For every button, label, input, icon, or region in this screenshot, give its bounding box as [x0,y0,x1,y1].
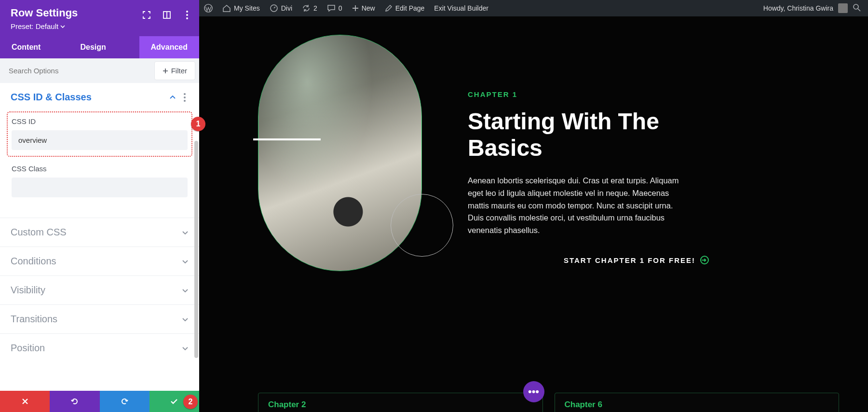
chapter-row: CHAPTER 1 Starting With The Basics Aenea… [258,35,839,295]
comments[interactable]: 0 [322,0,347,16]
home-icon [222,4,231,13]
redo-button[interactable] [100,391,149,412]
comment-icon [327,4,336,13]
filter-button[interactable]: Filter [154,61,195,80]
undo-button[interactable] [50,391,99,412]
chevron-up-icon [169,94,176,101]
tab-advanced[interactable]: Advanced [139,36,199,58]
accent-line [253,138,321,140]
css-id-field-block: CSS ID [7,111,192,157]
section-css-id-classes[interactable]: CSS ID & Classes [0,83,199,111]
tab-content[interactable]: Content [0,36,52,58]
svg-point-7 [854,4,858,9]
section-transitions[interactable]: Transitions [0,304,199,333]
wordpress-icon [204,4,213,13]
adminbar-search[interactable] [853,3,862,13]
search-input[interactable] [0,60,150,82]
close-icon [21,398,29,405]
svg-point-4 [186,17,188,19]
updates[interactable]: 2 [297,0,322,16]
avatar[interactable] [838,3,848,13]
plus-icon [163,68,168,74]
caret-down-icon [60,24,65,29]
edit-page[interactable]: Edit Page [380,0,430,16]
gauge-icon [270,4,278,13]
chapter-paragraph: Aenean lobortis scelerisque dui. Cras ut… [468,175,690,236]
panel-tabs: Content Design Advanced [0,36,199,58]
section-conditions[interactable]: Conditions [0,247,199,275]
panel-header-actions [141,10,192,20]
chevron-down-icon [182,258,189,265]
svg-point-3 [186,14,188,16]
row-settings-panel: Row Settings Preset: Default Content Des… [0,0,199,412]
preset-label: Preset: Default [11,22,58,30]
my-sites[interactable]: My Sites [217,0,265,16]
responsive-icon[interactable] [162,10,172,20]
card-chapter-6[interactable]: Chapter 6 [555,393,840,412]
plus-icon [352,5,359,12]
card-chapter-2[interactable]: Chapter 2 [258,393,543,412]
chevron-down-icon [182,345,189,352]
site-name[interactable]: Divi [265,0,297,16]
svg-point-5 [204,4,212,12]
filter-label: Filter [171,67,187,75]
css-class-field-block: CSS Class [7,159,192,204]
check-icon [170,397,178,406]
cancel-button[interactable] [0,391,50,412]
howdy-text[interactable]: Howdy, Christina Gwira [763,4,833,12]
chapter-cta[interactable]: START CHAPTER 1 FOR FREE! ➜ [468,256,709,264]
chapter-copy: CHAPTER 1 Starting With The Basics Aenea… [468,35,709,295]
chapter-image [258,35,434,295]
css-id-input[interactable] [12,130,188,150]
page-canvas[interactable]: CHAPTER 1 Starting With The Basics Aenea… [199,16,868,412]
section-menu-icon[interactable] [181,93,189,102]
exit-visual-builder[interactable]: Exit Visual Builder [429,0,493,16]
arrow-right-icon: ➜ [700,256,709,264]
svg-point-2 [186,11,188,13]
search-row: Filter [0,58,199,83]
chapter-headline: Starting With The Basics [468,108,709,161]
tab-design[interactable]: Design [68,36,117,58]
panel-scrollbar[interactable] [194,141,198,358]
css-class-input[interactable] [12,178,188,197]
search-icon [853,3,861,12]
chapter-cards: Chapter 2 Chapter 6 [258,393,839,412]
css-class-label: CSS Class [12,165,188,173]
annotation-badge-1: 1 [191,117,205,131]
section-visibility[interactable]: Visibility [0,275,199,304]
pencil-icon [385,4,393,12]
panel-footer [0,391,199,412]
kebab-menu-icon[interactable] [182,10,192,20]
chapter-eyebrow: CHAPTER 1 [468,90,709,98]
accent-ring [391,194,453,257]
redo-icon [120,397,129,406]
refresh-icon [302,4,311,13]
css-id-classes-body: CSS ID CSS Class [0,111,199,218]
undo-icon [70,397,80,406]
css-id-label: CSS ID [12,117,188,125]
wp-logo[interactable] [199,0,217,16]
section-position[interactable]: Position [0,333,199,362]
preset-selector[interactable]: Preset: Default [11,22,189,30]
chevron-down-icon [182,229,189,236]
expand-icon[interactable] [141,10,152,20]
new[interactable]: New [347,0,380,16]
section-custom-css[interactable]: Custom CSS [0,218,199,247]
chevron-down-icon [182,316,189,323]
panel-header: Row Settings Preset: Default [0,0,199,36]
chevron-down-icon [182,287,189,294]
ellipsis-icon: ••• [528,385,539,398]
annotation-badge-2: 2 [183,395,198,409]
wp-admin-bar: My Sites Divi 2 0 New Edit Page Exit Vis… [199,0,868,16]
panel-body: CSS ID & Classes CSS ID CSS Class Custom… [0,83,199,391]
builder-fab[interactable]: ••• [523,381,544,402]
